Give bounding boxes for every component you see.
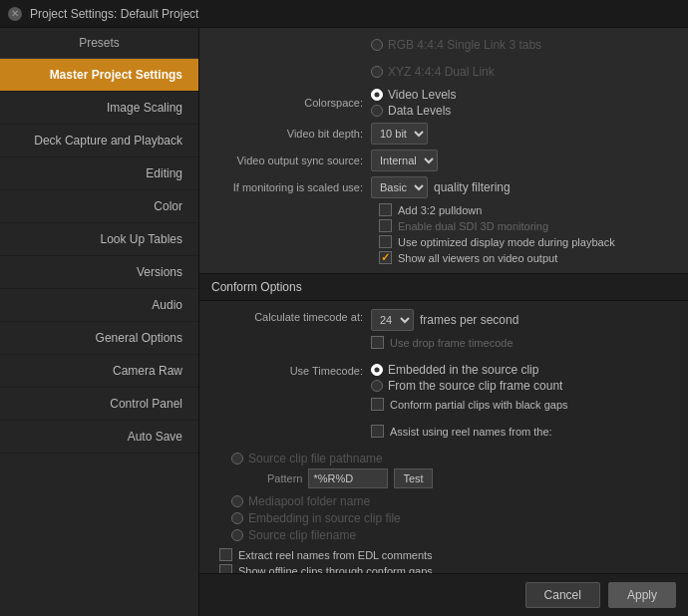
scrollable-content: RGB 4:4:4 Single Link 3 tabs XYZ 4:4:4 D… (199, 28, 688, 573)
conform-partial-checkbox[interactable] (371, 398, 384, 411)
optimized-display-row: Use optimized display mode during playba… (371, 235, 676, 248)
video-levels-label: Video Levels (388, 88, 457, 102)
drop-frame-checkbox-row: Use drop frame timecode (371, 336, 514, 349)
sidebar-item-master-project-settings[interactable]: Master Project Settings (0, 59, 198, 92)
calc-timecode-select[interactable]: 24 (371, 309, 414, 331)
sidebar-item-versions[interactable]: Versions (0, 256, 198, 289)
cancel-button[interactable]: Cancel (525, 582, 600, 608)
bit-depth-row: Video bit depth: 10 bit 8 bit 12 bit (211, 123, 676, 145)
sidebar-item-deck-capture-playback[interactable]: Deck Capture and Playback (0, 125, 198, 157)
title-bar: ✕ Project Settings: Default Project (0, 0, 688, 28)
optimized-display-label: Use optimized display mode during playba… (398, 236, 615, 248)
extract-reel-label: Extract reel names from EDL comments (238, 549, 433, 561)
xyz-label: XYZ 4:4:4 Dual Link (388, 65, 495, 79)
xyz-row: XYZ 4:4:4 Dual Link (211, 61, 676, 83)
add32-row: Add 3:2 pulldown (371, 203, 676, 216)
video-levels-radio[interactable] (371, 89, 383, 101)
test-button[interactable]: Test (394, 468, 432, 488)
close-button[interactable]: ✕ (8, 7, 22, 21)
rgb-radio[interactable] (371, 39, 383, 51)
sidebar-item-image-scaling[interactable]: Image Scaling (0, 92, 198, 125)
bottom-bar: Cancel Apply (199, 573, 688, 616)
xyz-radio[interactable] (371, 66, 383, 78)
monitoring-label: If monitoring is scaled use: (211, 181, 371, 193)
show-viewers-label: Show all viewers on video output (398, 252, 557, 264)
sync-source-label: Video output sync source: (211, 154, 371, 166)
sidebar: Presets Master Project SettingsImage Sca… (0, 28, 199, 616)
pattern-row: Pattern Test (267, 468, 676, 488)
assist-reel-row: Assist using reel names from the: (211, 425, 676, 447)
monitoring-select[interactable]: Basic (371, 176, 428, 198)
sidebar-item-auto-save[interactable]: Auto Save (0, 421, 198, 454)
source-clip-filename-label: Source clip filename (248, 528, 356, 542)
timecode-radio-group: Embedded in the source clip From the sou… (371, 363, 562, 393)
video-levels-row: Video Levels (371, 88, 457, 102)
frame-count-timecode-radio[interactable] (371, 380, 383, 392)
source-clip-filename-radio[interactable] (231, 529, 243, 541)
source-clip-pathname-label: Source clip file pathname (248, 452, 383, 465)
show-offline-checkbox[interactable] (219, 564, 232, 573)
conform-partial-row: Conform partial clips with black gaps (211, 398, 676, 420)
monitoring-row: If monitoring is scaled use: Basic quali… (211, 176, 676, 198)
assist-reel-checkbox[interactable] (371, 425, 384, 438)
conform-partial-label: Conform partial clips with black gaps (390, 399, 568, 411)
main-layout: Presets Master Project SettingsImage Sca… (0, 28, 688, 616)
embedded-timecode-radio[interactable] (371, 364, 383, 376)
add32-checkbox[interactable] (379, 203, 392, 216)
embedding-source-label: Embedding in source clip file (248, 511, 401, 525)
embedding-source-radio[interactable] (231, 512, 243, 524)
sidebar-presets[interactable]: Presets (0, 28, 198, 59)
assist-reel-label: Assist using reel names from the: (390, 426, 552, 438)
sidebar-item-color[interactable]: Color (0, 190, 198, 223)
pattern-input[interactable] (308, 468, 388, 488)
sync-source-select[interactable]: Internal (371, 150, 438, 171)
colorspace-radio-group: Video Levels Data Levels (371, 88, 457, 118)
add32-label: Add 3:2 pulldown (398, 204, 482, 216)
sidebar-item-audio[interactable]: Audio (0, 289, 198, 322)
show-offline-label: Show offline clips through conform gaps (238, 565, 433, 574)
window-title: Project Settings: Default Project (30, 7, 198, 21)
bit-depth-select[interactable]: 10 bit 8 bit 12 bit (371, 123, 428, 145)
sidebar-item-control-panel[interactable]: Control Panel (0, 388, 198, 421)
source-clip-pathname-row: Source clip file pathname (231, 452, 676, 465)
show-viewers-checkbox[interactable]: ✓ (379, 251, 392, 264)
extract-reel-checkbox[interactable] (219, 548, 232, 561)
content-area: RGB 4:4:4 Single Link 3 tabs XYZ 4:4:4 D… (199, 28, 688, 616)
use-timecode-row: Use Timecode: Embedded in the source cli… (211, 363, 676, 393)
conform-partial-checkbox-row: Conform partial clips with black gaps (371, 398, 568, 411)
extract-reel-row: Extract reel names from EDL comments (211, 548, 676, 561)
sidebar-item-editing[interactable]: Editing (0, 157, 198, 190)
sidebar-item-camera-raw[interactable]: Camera Raw (0, 355, 198, 388)
rgb-label: RGB 4:4:4 Single Link 3 tabs (388, 38, 541, 52)
colorspace-row: Colorspace: Video Levels Data Levels (211, 88, 676, 118)
mediapool-folder-radio[interactable] (231, 495, 243, 507)
drop-frame-checkbox[interactable] (371, 336, 384, 349)
show-viewers-row: ✓ Show all viewers on video output (371, 251, 676, 264)
pattern-label: Pattern (267, 472, 302, 484)
data-levels-row: Data Levels (371, 104, 457, 118)
conform-header: Conform Options (199, 274, 688, 301)
frames-per-second-label: frames per second (420, 313, 518, 327)
embedding-source-row: Embedding in source clip file (231, 511, 676, 525)
sidebar-item-general-options[interactable]: General Options (0, 322, 198, 355)
apply-button[interactable]: Apply (608, 582, 676, 608)
colorspace-label: Colorspace: (211, 97, 371, 109)
data-levels-label: Data Levels (388, 104, 451, 118)
calc-timecode-row: Calculate timecode at: 24 frames per sec… (211, 309, 676, 331)
show-offline-row: Show offline clips through conform gaps (211, 564, 676, 573)
data-levels-radio[interactable] (371, 105, 383, 117)
optimized-display-checkbox[interactable] (379, 235, 392, 248)
sync-source-row: Video output sync source: Internal (211, 150, 676, 171)
frame-count-timecode-label: From the source clip frame count (388, 379, 562, 393)
drop-frame-row: Use drop frame timecode (211, 336, 676, 358)
drop-frame-label: Use drop frame timecode (390, 337, 514, 349)
dual-sdi-checkbox[interactable] (379, 219, 392, 232)
dual-sdi-row: Enable dual SDI 3D monitoring (371, 219, 676, 232)
assist-reel-checkbox-row: Assist using reel names from the: (371, 425, 552, 438)
embedded-timecode-row: Embedded in the source clip (371, 363, 562, 377)
embedded-timecode-label: Embedded in the source clip (388, 363, 538, 377)
sidebar-item-look-up-tables[interactable]: Look Up Tables (0, 223, 198, 256)
dual-sdi-label: Enable dual SDI 3D monitoring (398, 220, 548, 232)
source-clip-pathname-radio[interactable] (231, 453, 243, 464)
quality-filter-label: quality filtering (434, 180, 511, 194)
